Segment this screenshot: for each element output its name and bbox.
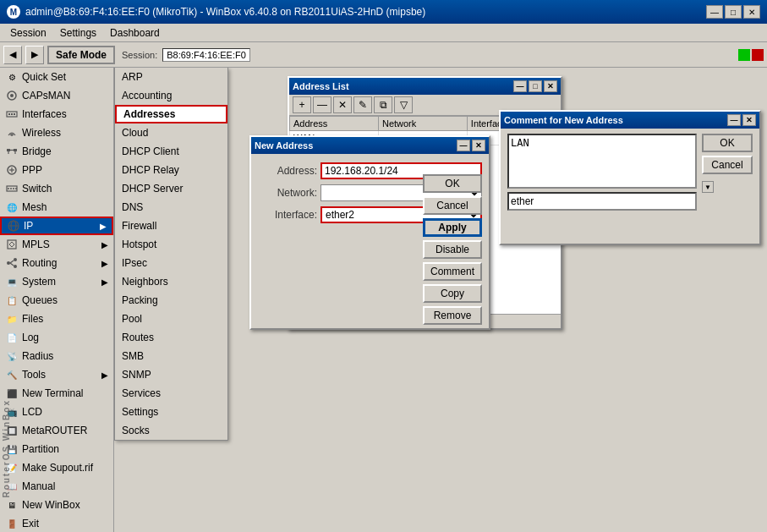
ip-submenu-accounting[interactable]: Accounting	[115, 86, 227, 105]
address-list-close[interactable]: ✕	[544, 80, 557, 92]
sidebar-item-manual[interactable]: 📖 Manual	[0, 477, 113, 496]
system-arrow: ▶	[101, 277, 108, 287]
svg-rect-5	[8, 113, 10, 115]
sidebar-item-mpls[interactable]: MPLS ▶	[0, 235, 113, 254]
ip-submenu-services[interactable]: Services	[115, 384, 227, 403]
ip-submenu-neighbors[interactable]: Neighbors	[115, 272, 227, 291]
new-address-window: New Address — ✕ OK Cancel Apply Disable …	[249, 135, 490, 330]
routing-icon	[5, 256, 19, 270]
ip-submenu-smb[interactable]: SMB	[115, 347, 227, 365]
addr-filter-btn[interactable]: ▽	[394, 96, 413, 113]
sidebar-item-ip[interactable]: IP ▶	[0, 217, 113, 235]
new-address-title-bar: New Address — ✕	[251, 137, 489, 154]
ip-submenu-dns[interactable]: DNS	[115, 198, 227, 217]
forward-button[interactable]: ▶	[25, 46, 44, 64]
sidebar-item-new-terminal[interactable]: ⬛ New Terminal	[0, 384, 113, 403]
sidebar-item-make-supout[interactable]: 📝 Make Supout.rif	[0, 458, 113, 477]
new-address-buttons: OK Cancel Apply Disable Comment Copy Rem…	[423, 174, 482, 325]
addr-remove-btn[interactable]: —	[313, 96, 331, 113]
address-list-title: Address List	[293, 81, 512, 91]
toolbar: ◀ ▶ Safe Mode Session: B8:69:F4:16:EE:F0	[0, 42, 767, 68]
ppp-icon	[5, 163, 19, 177]
comment-fields: LAN ether	[507, 134, 697, 211]
ip-submenu-dhcp-client[interactable]: DHCP Client	[115, 142, 227, 161]
menu-settings[interactable]: Settings	[53, 25, 103, 41]
ip-submenu-socks[interactable]: Socks	[115, 421, 227, 440]
comment-textarea[interactable]: LAN	[507, 134, 697, 189]
svg-point-26	[7, 261, 10, 265]
ip-submenu-settings[interactable]: Settings	[115, 403, 227, 421]
new-address-disable-btn[interactable]: Disable	[423, 240, 482, 259]
close-button[interactable]: ✕	[743, 5, 760, 19]
sidebar-item-new-winbox[interactable]: 🖥 New WinBox	[0, 496, 113, 514]
sidebar-item-bridge[interactable]: Bridge	[0, 142, 113, 161]
new-address-remove-btn[interactable]: Remove	[423, 306, 482, 325]
ip-submenu-cloud[interactable]: Cloud	[115, 123, 227, 142]
new-address-ok-btn[interactable]: OK	[423, 174, 482, 193]
ip-submenu-hotspot[interactable]: Hotspot	[115, 235, 227, 254]
ip-submenu-dhcp-relay[interactable]: DHCP Relay	[115, 161, 227, 179]
sidebar-item-partition[interactable]: 💾 Partition	[0, 440, 113, 458]
sidebar-item-system[interactable]: 💻 System ▶	[0, 272, 113, 291]
ip-submenu-routes[interactable]: Routes	[115, 328, 227, 347]
sidebar-item-log[interactable]: 📄 Log	[0, 328, 113, 347]
address-list-title-bar: Address List — □ ✕	[289, 78, 561, 95]
sidebar-item-capsman[interactable]: CAPsMAN	[0, 86, 113, 105]
ip-submenu-packing[interactable]: Packing	[115, 291, 227, 310]
comment-close[interactable]: ✕	[742, 114, 756, 126]
app-icon: M	[7, 5, 20, 19]
back-button[interactable]: ◀	[3, 46, 22, 64]
svg-rect-1	[752, 49, 764, 61]
ip-submenu-dhcp-server[interactable]: DHCP Server	[115, 179, 227, 198]
new-address-close[interactable]: ✕	[472, 140, 485, 151]
svg-line-29	[10, 261, 14, 263]
sidebar-item-routing[interactable]: Routing ▶	[0, 254, 113, 272]
ip-submenu-addresses[interactable]: Addresses	[115, 105, 227, 123]
addr-edit-btn[interactable]: ✕	[333, 96, 352, 113]
address-list-maximize[interactable]: □	[529, 80, 542, 92]
new-address-cancel-btn[interactable]: Cancel	[423, 196, 482, 215]
comment-ok-btn[interactable]: OK	[702, 134, 753, 152]
safe-mode-button[interactable]: Safe Mode	[47, 46, 115, 64]
menu-session[interactable]: Session	[3, 25, 53, 41]
sidebar-item-queues[interactable]: 📋 Queues	[0, 291, 113, 310]
ip-icon	[7, 219, 20, 233]
sidebar-item-files[interactable]: 📁 Files	[0, 310, 113, 328]
comment-scroll-down[interactable]: ▼	[702, 181, 714, 193]
new-address-apply-btn[interactable]: Apply	[423, 218, 482, 237]
lcd-icon: 📺	[5, 405, 19, 419]
sidebar-item-ppp[interactable]: PPP	[0, 161, 113, 179]
ip-submenu-ipsec[interactable]: IPsec	[115, 254, 227, 272]
metarouter-icon: 🔲	[5, 424, 19, 437]
ip-submenu-pool[interactable]: Pool	[115, 310, 227, 328]
menu-dashboard[interactable]: Dashboard	[103, 25, 167, 41]
sidebar-item-wireless[interactable]: Wireless	[0, 123, 113, 142]
sidebar-item-radius[interactable]: 📡 Radius	[0, 347, 113, 365]
comment-minimize[interactable]: —	[727, 114, 741, 126]
ip-submenu-firewall[interactable]: Firewall	[115, 217, 227, 235]
address-list-minimize[interactable]: —	[513, 80, 527, 92]
addr-copy-btn[interactable]: ✎	[353, 96, 372, 113]
interfaces-icon	[5, 107, 19, 121]
addr-add-btn[interactable]: +	[293, 96, 311, 113]
sidebar-item-lcd[interactable]: 📺 LCD	[0, 403, 113, 421]
new-address-minimize[interactable]: —	[457, 140, 470, 151]
addr-paste-btn[interactable]: ⧉	[374, 96, 392, 113]
ip-submenu-arp[interactable]: ARP	[115, 68, 227, 86]
sidebar-item-switch[interactable]: Switch	[0, 179, 113, 198]
new-address-comment-btn[interactable]: Comment	[423, 262, 482, 281]
sidebar-item-tools[interactable]: 🔨 Tools ▶	[0, 365, 113, 384]
comment-title: Comment for New Address	[504, 115, 726, 125]
new-address-copy-btn[interactable]: Copy	[423, 284, 482, 303]
sidebar-item-interfaces[interactable]: Interfaces	[0, 105, 113, 123]
sidebar-item-mesh[interactable]: 🌐 Mesh	[0, 198, 113, 217]
maximize-button[interactable]: □	[725, 5, 742, 19]
svg-rect-6	[11, 113, 13, 115]
sidebar-item-metarouter[interactable]: 🔲 MetaROUTER	[0, 421, 113, 440]
new-terminal-icon: ⬛	[5, 387, 19, 400]
ip-submenu-snmp[interactable]: SNMP	[115, 365, 227, 384]
minimize-button[interactable]: —	[706, 5, 723, 19]
sidebar-item-quick-set[interactable]: ⚙ Quick Set	[0, 68, 113, 86]
sidebar-item-exit[interactable]: 🚪 Exit	[0, 514, 113, 532]
comment-cancel-btn[interactable]: Cancel	[702, 156, 753, 174]
